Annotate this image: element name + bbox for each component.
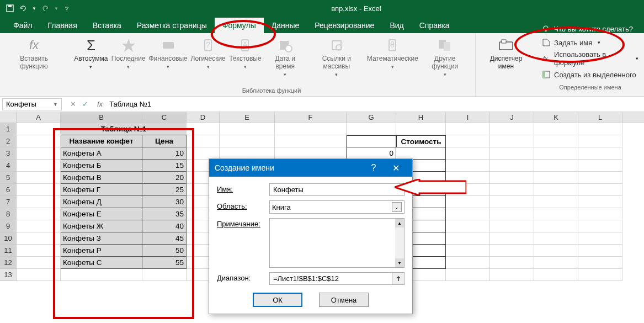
row-header[interactable]: 2	[0, 135, 17, 147]
row-header[interactable]: 1	[0, 123, 17, 135]
cell[interactable]: 10	[142, 147, 187, 160]
col-header[interactable]: E	[220, 112, 275, 123]
ok-button[interactable]: ОК	[253, 293, 302, 307]
cell[interactable]: Конфеты А	[61, 147, 142, 160]
cell[interactable]	[578, 220, 622, 232]
cell[interactable]	[446, 123, 490, 135]
cell[interactable]	[578, 160, 622, 172]
cell[interactable]	[17, 184, 61, 196]
cell[interactable]: 25	[142, 184, 187, 196]
dialog-help-icon[interactable]: ?	[363, 163, 385, 173]
row-header[interactable]: 9	[0, 220, 17, 232]
cell[interactable]	[534, 257, 578, 269]
cell[interactable]	[17, 257, 61, 269]
cell[interactable]	[61, 269, 142, 281]
cell[interactable]	[17, 220, 61, 232]
cell[interactable]	[396, 123, 446, 135]
autosum-button[interactable]: Σ Автосумма▾	[72, 35, 110, 86]
cancel-button[interactable]: Отмена	[319, 293, 369, 307]
cell[interactable]	[534, 147, 578, 160]
name-box[interactable]: Конфеты ▼	[2, 98, 62, 110]
cell[interactable]	[446, 245, 490, 257]
cell[interactable]: Таблица №1	[61, 123, 187, 135]
cell[interactable]	[490, 257, 534, 269]
tell-me-search[interactable]: Что вы хотите сделать?	[541, 24, 644, 33]
cell[interactable]	[534, 196, 578, 208]
cell[interactable]	[534, 232, 578, 245]
cell[interactable]	[578, 123, 622, 135]
cell[interactable]	[446, 196, 490, 208]
tab-file[interactable]: Файл	[6, 18, 40, 33]
cell[interactable]	[578, 208, 622, 220]
cell[interactable]	[142, 269, 187, 281]
scrollbar[interactable]: ▲ ▼	[395, 219, 404, 267]
cell[interactable]	[17, 160, 61, 172]
col-header[interactable]: C	[142, 112, 187, 123]
recent-functions-button[interactable]: Последние▾	[110, 35, 147, 86]
comment-textarea[interactable]: ▲ ▼	[269, 218, 405, 268]
cell[interactable]	[490, 232, 534, 245]
name-manager-button[interactable]: Диспетчер имен	[480, 35, 532, 95]
cell[interactable]	[534, 220, 578, 232]
cell[interactable]	[578, 196, 622, 208]
cell[interactable]	[578, 269, 622, 281]
tab-view[interactable]: Вид	[382, 18, 411, 33]
col-header[interactable]: D	[187, 112, 220, 123]
cell[interactable]: 20	[142, 172, 187, 184]
cell[interactable]	[187, 123, 220, 135]
cell[interactable]: Название конфет	[61, 135, 142, 147]
cell[interactable]	[17, 123, 61, 135]
tab-home[interactable]: Главная	[40, 18, 84, 33]
cell[interactable]	[534, 184, 578, 196]
cell[interactable]	[187, 135, 220, 147]
row-header[interactable]: 5	[0, 172, 17, 184]
cell[interactable]: 40	[142, 220, 187, 232]
cell[interactable]: Конфеты Е	[61, 208, 142, 220]
row-header[interactable]: 10	[0, 232, 17, 245]
col-header[interactable]: H	[396, 112, 446, 123]
cell[interactable]: Стоимость	[396, 135, 446, 147]
cell[interactable]: Конфеты Г	[61, 184, 142, 196]
row-header[interactable]: 8	[0, 208, 17, 220]
cell[interactable]	[534, 123, 578, 135]
select-all-corner[interactable]	[0, 112, 17, 123]
cell[interactable]	[578, 135, 622, 147]
name-input[interactable]	[269, 183, 405, 196]
col-header[interactable]: L	[578, 112, 622, 123]
cell[interactable]	[534, 172, 578, 184]
cell[interactable]	[220, 135, 275, 147]
cell[interactable]	[275, 147, 347, 160]
cell[interactable]: 30	[142, 196, 187, 208]
cell[interactable]	[17, 208, 61, 220]
cell[interactable]: Конфеты Ж	[61, 220, 142, 232]
row-header[interactable]: 3	[0, 147, 17, 160]
cell[interactable]	[275, 135, 347, 147]
cell[interactable]	[578, 257, 622, 269]
cell[interactable]: 15	[142, 160, 187, 172]
undo-dropdown-icon[interactable]: ▼	[32, 6, 36, 11]
cell[interactable]: Конфеты Д	[61, 196, 142, 208]
cell[interactable]	[490, 269, 534, 281]
row-header[interactable]: 12	[0, 257, 17, 269]
cell[interactable]	[446, 269, 490, 281]
insert-function-button[interactable]: fx Вставить функцию	[4, 35, 63, 95]
dialog-titlebar[interactable]: Создание имени ? ✕	[209, 159, 412, 177]
cell[interactable]	[490, 245, 534, 257]
cell[interactable]: 35	[142, 208, 187, 220]
cell[interactable]	[17, 196, 61, 208]
enter-formula-icon[interactable]: ✓	[79, 99, 91, 110]
cell[interactable]	[446, 208, 490, 220]
cell[interactable]: Конфеты Б	[61, 160, 142, 172]
row-header[interactable]: 4	[0, 160, 17, 172]
name-box-dropdown-icon[interactable]: ▼	[53, 102, 58, 107]
cell[interactable]	[446, 257, 490, 269]
cell[interactable]	[578, 245, 622, 257]
use-in-formula-button[interactable]: fx Использовать в формуле ▾	[542, 49, 638, 68]
cell[interactable]	[446, 172, 490, 184]
define-name-button[interactable]: Задать имя ▾	[542, 36, 638, 49]
cell[interactable]	[490, 160, 534, 172]
cell[interactable]	[446, 135, 490, 147]
cell[interactable]: 0	[347, 147, 396, 160]
scope-select[interactable]: Книга ⌄	[269, 200, 405, 214]
row-header[interactable]: 13	[0, 269, 17, 281]
